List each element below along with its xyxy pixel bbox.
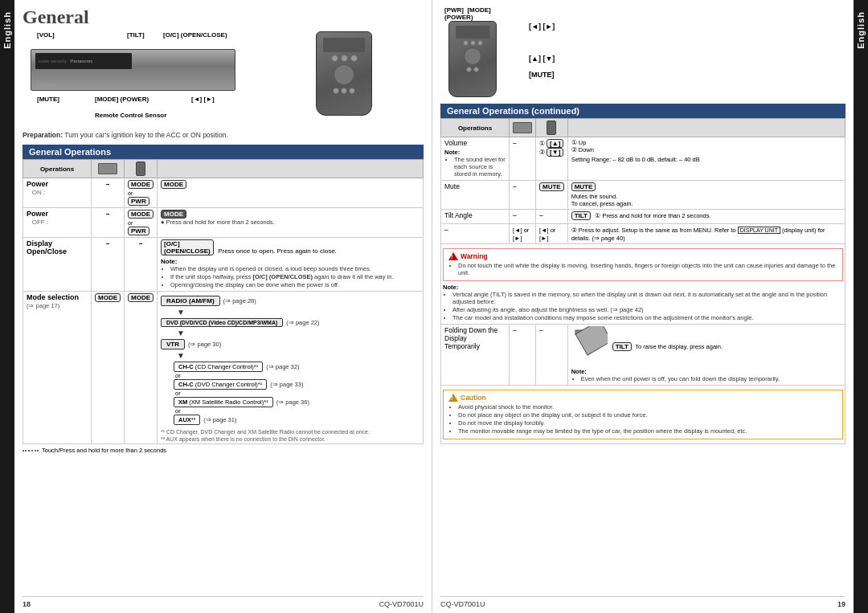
warning-content: Do not touch the unit while the display …: [448, 262, 837, 276]
arrows-label: [◄] [►]: [191, 96, 215, 103]
r-btn-3: [477, 40, 483, 46]
tilt-fold-badge: TILT: [612, 342, 632, 351]
dashes-icon: [23, 450, 39, 452]
left-section-header: General Operations: [23, 145, 424, 159]
arrows-bottom-label: [▲] [▼]: [529, 55, 555, 63]
preparation-label: Preparation:: [23, 131, 63, 139]
warning-title: Warning: [448, 252, 837, 260]
mode-dark-badge: MODE: [161, 210, 186, 219]
tilt-label: [TILT]: [127, 31, 145, 39]
r-screen: [456, 26, 489, 39]
left-bottom-model: CQ-VD7001U: [379, 600, 424, 608]
page-title: General: [23, 6, 424, 28]
caution-label: Caution: [461, 394, 486, 402]
mute-dash: –: [510, 181, 536, 210]
display-press-desc: Press once to open. Press again to close…: [218, 247, 337, 255]
remote-btn-2: [341, 55, 348, 62]
r-th-remote-icon: [536, 119, 568, 137]
remote-top-buttons: [317, 55, 371, 62]
power-off-name: Power OFF :: [23, 208, 92, 238]
setting-range: Setting Range: – 82 dB to 0 dB, default:…: [571, 156, 841, 163]
th-desc: [158, 160, 424, 178]
r-circle: [464, 47, 481, 65]
tilt-name: Tilt Angle: [441, 210, 510, 224]
mode-badge: MODE: [128, 180, 154, 189]
power-off-unit: MODE or PWR: [125, 208, 158, 238]
remote-bottom-buttons: [317, 88, 371, 94]
volume-name: Volume Note: The sound level for each so…: [441, 137, 510, 181]
display-dash1: –: [92, 238, 125, 292]
remote-btn-4: [333, 88, 339, 94]
display-dash2: –: [125, 238, 158, 292]
security-label: code security: [39, 59, 67, 63]
remote-circle: [334, 64, 354, 85]
footnote-1: *¹ CD Changer, DVD Changer and XM Satell…: [161, 429, 420, 435]
tilt-row-2: – [◄] or [►] [◄] or [►] ② Press to adjus…: [441, 224, 845, 244]
right-remote-container: [PWR] [MODE] (POWER): [440, 6, 521, 99]
mode-remote: MODE: [125, 292, 158, 444]
r-btn-1: [463, 40, 469, 46]
arrow-3: ▼: [161, 351, 420, 360]
folding-row: Folding Down theDisplayTemporarily – –: [441, 325, 845, 386]
fold-diagram-icon: [571, 326, 608, 366]
th-operations: Operations: [23, 160, 92, 178]
unit-diagram: code security Panasonic CQ-VD7001U: [31, 49, 235, 91]
remote-img: [316, 31, 372, 116]
mode-page-ref: (⇒ page 17): [27, 302, 59, 309]
power-on-name: Power ON :: [23, 178, 92, 208]
folding-desc: TILT To raise the display, press again. …: [567, 325, 845, 386]
mode-power-label: [MODE] (POWER): [95, 96, 149, 103]
mode-sel-remote-badge: MODE: [128, 293, 154, 302]
r-btn-2: [470, 40, 476, 46]
right-diagram-area: [PWR] [MODE] (POWER): [440, 6, 845, 99]
preparation-text: Preparation: Turn your car's ignition ke…: [23, 131, 424, 139]
vol-label: [VOL]: [37, 31, 55, 39]
power-on-unit: MODE or PWR: [125, 178, 158, 208]
ops-table: Operations: [23, 159, 424, 444]
panasonic-label: Panasonic: [70, 59, 92, 63]
r-btn-5: [473, 67, 479, 72]
touch-note-text: Touch/Press and hold for more than 2 sec…: [42, 447, 166, 454]
r-remote-icon: [547, 121, 556, 135]
left-bottom-page: 18: [23, 600, 31, 608]
warning-row: Warning Do not touch the unit while the …: [441, 244, 845, 325]
arrow-2: ▼: [161, 329, 420, 337]
arrows-top-label: [◄] [►]: [529, 22, 555, 31]
mode-sel-unit-badge: MODE: [95, 293, 121, 302]
remote-sensor-label: Remote Control Sensor: [95, 112, 166, 119]
r-btn-4: [466, 67, 472, 72]
display-desc: [O/C](OPEN/CLOSE) Press once to open. Pr…: [158, 238, 424, 292]
caution-title: Caution: [448, 394, 837, 402]
warning-triangle-icon: [448, 252, 458, 260]
caution-row: Caution Avoid physical shock to the moni…: [441, 386, 845, 444]
right-side-tab: English: [854, 0, 868, 613]
remote-screen: [323, 38, 365, 52]
left-page: General [VOL] [TILT] [O/C] (OPEN/CLOSE) …: [14, 0, 432, 613]
mute-unit: MUTE: [536, 181, 568, 210]
caution-box: Caution Avoid physical shock to the moni…: [443, 390, 843, 439]
remote-btn-1: [331, 55, 338, 62]
right-english-label: English: [856, 11, 866, 49]
mute-row: Mute – MUTE MUTE Mutes the sound.To canc…: [441, 181, 845, 210]
tilt-dash3: –: [441, 224, 510, 244]
th-unit-icon: [92, 160, 125, 178]
mode-badge-off: MODE: [128, 210, 154, 219]
note-tilt-content: Vertical angle (TILT) is saved in the me…: [443, 291, 843, 321]
right-section-header: General Operations (continued): [440, 104, 845, 118]
warning-label: Warning: [461, 252, 488, 260]
left-diagram-area: [VOL] [TILT] [O/C] (OPEN/CLOSE) code sec…: [23, 31, 424, 128]
mode-aux: AUX*² (⇒ page 31): [174, 415, 420, 425]
left-bottom-bar: 18 CQ-VD7001U: [23, 596, 424, 608]
model-label: CQ-VD7001U: [35, 83, 60, 88]
mode-unit: MODE: [92, 292, 125, 444]
mute-name: Mute: [441, 181, 510, 210]
unit-display: code security Panasonic: [35, 53, 132, 69]
r-unit-icon: [513, 122, 532, 133]
folding-name: Folding Down theDisplayTemporarily: [441, 325, 510, 386]
remote-btn-5: [341, 88, 347, 94]
display-name: Display Open/Close: [23, 238, 92, 292]
right-page: [PWR] [MODE] (POWER): [432, 0, 854, 613]
caution-triangle-icon: [448, 394, 458, 402]
note-tilt-label: Note:: [443, 284, 843, 291]
fold-note-content: Even when the unit power is off, you can…: [571, 375, 841, 382]
